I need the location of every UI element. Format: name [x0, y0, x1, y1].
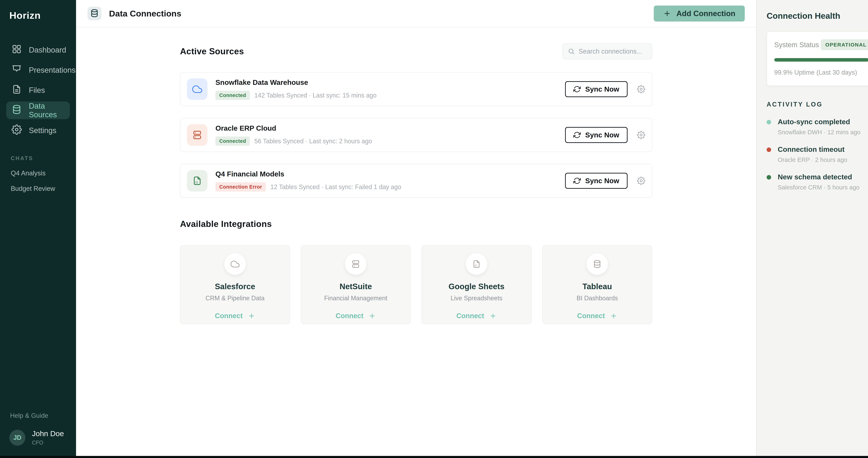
main-area: Data Connections Add Connection Active S… [76, 0, 756, 458]
activity-text: New schema detected Salesforce CRM · 5 h… [778, 173, 860, 191]
page-icon-chip [88, 7, 101, 20]
user-name: John Doe [32, 429, 64, 438]
integration-card-tableau: Tableau BI Dashboards Connect [542, 245, 652, 324]
activity-title: Auto-sync completed [778, 118, 861, 126]
activity-item: New schema detected Salesforce CRM · 5 h… [767, 173, 868, 191]
activity-text: Auto-sync completed Snowflake DWH · 12 m… [778, 118, 861, 136]
source-info: Snowflake Data Warehouse Connected 142 T… [215, 78, 376, 100]
integration-description: BI Dashboards [543, 295, 652, 302]
connect-label: Connect [577, 312, 605, 320]
activity-meta: Snowflake DWH · 12 mins ago [778, 129, 861, 136]
help-guide-link[interactable]: Help & Guide [6, 412, 70, 419]
operational-badge: OPERATIONAL [821, 39, 868, 50]
active-sources-list: Snowflake Data Warehouse Connected 142 T… [180, 72, 652, 198]
system-status-label: System Status [774, 41, 819, 49]
file-icon [11, 84, 22, 96]
database-icon [11, 104, 22, 117]
sync-now-button[interactable]: Sync Now [565, 127, 627, 143]
activity-item: Connection timeout Oracle ERP · 2 hours … [767, 145, 868, 163]
integration-description: CRM & Pipeline Data [180, 295, 290, 302]
active-sources-header: Active Sources [180, 43, 652, 59]
source-meta: 56 Tables Synced · Last sync: 2 hours ag… [254, 138, 372, 145]
connect-button[interactable]: Connect [456, 312, 497, 320]
activity-text: Connection timeout Oracle ERP · 2 hours … [778, 145, 847, 163]
sidebar-nav: Dashboard Presentations Files Data Sourc… [6, 41, 70, 139]
sidebar-item-files[interactable]: Files [6, 81, 70, 99]
database-icon [90, 9, 99, 19]
sync-now-label: Sync Now [585, 85, 619, 93]
integrations-grid: Salesforce CRM & Pipeline Data Connect N… [180, 245, 652, 324]
chat-item-budget-review[interactable]: Budget Review [6, 185, 70, 192]
server-icon [187, 124, 208, 146]
source-settings-button[interactable] [637, 131, 645, 139]
source-status-row: Connection Error 12 Tables Synced · Last… [215, 182, 401, 192]
search-input[interactable] [579, 48, 647, 55]
sync-now-label: Sync Now [585, 131, 619, 139]
refresh-icon [574, 131, 581, 139]
integration-name: Salesforce [180, 282, 290, 291]
integration-name: Tableau [543, 282, 652, 291]
sidebar-item-label: Dashboard [29, 45, 66, 54]
add-connection-button[interactable]: Add Connection [654, 5, 745, 22]
search-box [563, 43, 652, 59]
page-title: Data Connections [109, 9, 181, 19]
chat-item-q4-analysis[interactable]: Q4 Analysis [6, 169, 70, 177]
sidebar-item-label: Data Sources [29, 102, 65, 119]
integration-card-salesforce: Salesforce CRM & Pipeline Data Connect [180, 245, 290, 324]
user-profile[interactable]: JD John Doe CFO [6, 429, 70, 446]
gear-icon [637, 131, 645, 139]
app-window: Horizn Dashboard Presentations Files Dat… [0, 0, 868, 458]
user-info: John Doe CFO [32, 429, 64, 446]
plus-icon [610, 312, 617, 320]
plus-icon [663, 9, 671, 18]
sync-now-label: Sync Now [585, 177, 619, 185]
system-status-card: System Status OPERATIONAL 99.9% Uptime (… [767, 31, 868, 86]
plus-icon [248, 312, 255, 320]
content: Active Sources Snowflake Data Warehouse … [180, 27, 652, 324]
connection-health-panel: Connection Health System Status OPERATIO… [756, 0, 868, 458]
brand-logo: Horizn [6, 10, 70, 21]
sync-now-button[interactable]: Sync Now [565, 81, 627, 97]
gear-icon [637, 85, 645, 93]
source-actions: Sync Now [565, 173, 645, 189]
source-status-row: Connected 56 Tables Synced · Last sync: … [215, 136, 372, 146]
integration-description: Live Spreadsheets [422, 295, 531, 302]
activity-meta: Salesforce CRM · 5 hours ago [778, 184, 860, 191]
activity-log-label: ACTIVITY LOG [767, 101, 868, 108]
spreadsheet-icon [466, 253, 487, 275]
dashboard-icon [11, 44, 22, 56]
refresh-icon [574, 86, 581, 93]
sync-now-button[interactable]: Sync Now [565, 173, 627, 189]
cloud-icon [187, 78, 208, 100]
source-info: Oracle ERP Cloud Connected 56 Tables Syn… [215, 124, 372, 146]
gear-icon [637, 176, 645, 185]
panel-title: Connection Health [767, 11, 868, 21]
connect-button[interactable]: Connect [215, 312, 255, 320]
source-actions: Sync Now [565, 81, 645, 97]
connect-button[interactable]: Connect [577, 312, 617, 320]
sidebar-item-presentations[interactable]: Presentations [6, 61, 70, 79]
source-row-q4-financial-models: Q4 Financial Models Connection Error 12 … [180, 164, 652, 198]
sidebar-item-dashboard[interactable]: Dashboard [6, 41, 70, 59]
refresh-icon [574, 177, 581, 185]
status-dot [767, 148, 771, 152]
source-row-oracle: Oracle ERP Cloud Connected 56 Tables Syn… [180, 118, 652, 152]
plus-icon [489, 312, 497, 320]
cloud-icon [224, 253, 246, 275]
source-settings-button[interactable] [637, 176, 645, 185]
source-name: Oracle ERP Cloud [215, 124, 372, 132]
activity-item: Auto-sync completed Snowflake DWH · 12 m… [767, 118, 868, 136]
activity-title: Connection timeout [778, 145, 847, 154]
gear-icon [11, 124, 22, 136]
sidebar-item-data-sources[interactable]: Data Sources [6, 101, 70, 119]
search-icon [568, 48, 575, 55]
sidebar-item-label: Presentations [29, 66, 75, 74]
source-info: Q4 Financial Models Connection Error 12 … [215, 170, 401, 192]
uptime-progress-track [774, 58, 868, 62]
sidebar-item-settings[interactable]: Settings [6, 122, 70, 139]
connect-button[interactable]: Connect [336, 312, 376, 320]
status-dot [767, 120, 771, 124]
source-settings-button[interactable] [637, 85, 645, 93]
integration-name: Google Sheets [422, 282, 531, 291]
active-sources-heading: Active Sources [180, 46, 244, 56]
